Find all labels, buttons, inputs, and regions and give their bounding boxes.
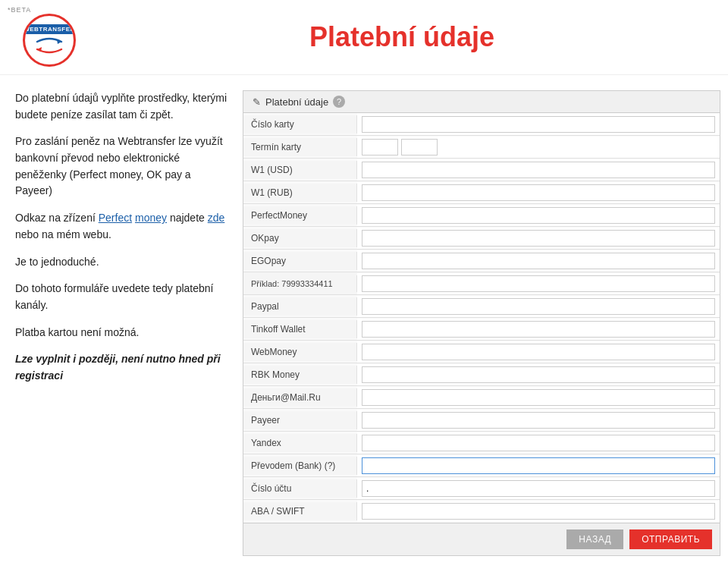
left-panel: Do platební údajů vyplňte prostředky, kt…	[15, 90, 228, 556]
table-row: W1 (RUB)	[243, 181, 720, 204]
field-label-bank: Převodem (Bank) (?)	[243, 457, 357, 475]
pencil-icon: ✎	[253, 96, 261, 108]
back-button[interactable]: НАЗАД	[566, 529, 623, 549]
field-input-area	[357, 159, 720, 181]
field-label-w1-usd: W1 (USD)	[243, 161, 357, 179]
logo-text: WEBTRANSFER	[23, 24, 76, 34]
field-input-area	[357, 273, 720, 294]
paragraph-1: Do platební údajů vyplňte prostředky, kt…	[15, 90, 228, 123]
field-label-termin-karty: Termín karty	[243, 138, 357, 156]
table-row: Termín karty	[243, 136, 720, 159]
table-row: Číslo karty	[243, 113, 720, 136]
field-label-egopay: EGOpay	[243, 252, 357, 270]
field-input-area	[357, 296, 720, 317]
paragraph-5: Do tohoto formuláře uvedete tedy platebn…	[15, 281, 228, 313]
zde-link[interactable]: zde	[208, 212, 225, 224]
header: *BETA WEBTRANSFER Platební údaje	[0, 0, 728, 75]
paragraph-7: Lze vyplnit i později, není nutno hned p…	[15, 351, 228, 384]
cislo-karty-input[interactable]	[362, 116, 715, 133]
w1-usd-input[interactable]	[362, 162, 715, 178]
yandex-input[interactable]	[362, 435, 715, 451]
main-container: Do platební údajů vyplňte prostředky, kt…	[0, 75, 728, 564]
field-label-webmoney: WebMoney	[243, 343, 357, 361]
form-header-label: Platební údaje	[265, 96, 328, 108]
field-label-paypal: Paypal	[243, 297, 357, 316]
field-label-rbkmoney: RBK Money	[243, 366, 357, 384]
field-input-area	[357, 410, 720, 431]
table-row: Příklad: 79993334411	[243, 272, 720, 295]
field-label-perfectmoney: PerfectMoney	[243, 206, 357, 225]
field-input-area	[357, 387, 720, 408]
cislo-uctu-input[interactable]	[362, 480, 715, 497]
field-label-aba-swift: ABA / SWIFT	[243, 502, 357, 520]
paragraph-4: Je to jednoduché.	[15, 254, 228, 271]
field-label-okpay: OKpay	[243, 229, 357, 247]
money-link[interactable]: money	[135, 212, 167, 224]
logo-circle: WEBTRANSFER	[23, 14, 76, 67]
field-label-payeer: Payeer	[243, 411, 357, 429]
dengi-mail-input[interactable]	[362, 389, 715, 406]
field-input-area	[357, 341, 720, 363]
submit-button[interactable]: ОТПРАВИТЬ	[629, 529, 712, 549]
field-input-area	[357, 182, 720, 203]
field-label-w1-rub: W1 (RUB)	[243, 184, 357, 202]
table-row: W1 (USD)	[243, 159, 720, 181]
field-label-cislo-uctu: Číslo účtu	[243, 479, 357, 498]
payment-form: ✎ Platební údaje ? Číslo karty Termín ka…	[243, 90, 720, 556]
form-rows: Číslo karty Termín karty W1 (USD)	[243, 113, 720, 523]
webmoney-input[interactable]	[362, 344, 715, 360]
rbkmoney-input[interactable]	[362, 366, 715, 383]
egopay-input[interactable]	[362, 253, 715, 269]
paragraph-3-text: Odkaz na zřízení Perfect money najdete z…	[15, 212, 224, 240]
okpay-input[interactable]	[362, 230, 715, 247]
beta-badge: *BETA	[8, 6, 31, 14]
table-row: OKpay	[243, 227, 720, 250]
field-label-tinkoff: Tinkoff Wallet	[243, 320, 357, 338]
logo-area: *BETA WEBTRANSFER	[8, 8, 91, 67]
field-input-area	[357, 250, 720, 272]
table-row: RBK Money	[243, 363, 720, 386]
field-label-cislo-karty: Číslo karty	[243, 115, 357, 134]
table-row: PerfectMoney	[243, 204, 720, 227]
w1-rub-input[interactable]	[362, 184, 715, 201]
aba-swift-input[interactable]	[362, 503, 715, 520]
termin-karty-input-2[interactable]	[401, 139, 438, 156]
field-label-example: Příklad: 79993334411	[243, 275, 357, 292]
paragraph-3: Odkaz na zřízení Perfect money najdete z…	[15, 210, 228, 243]
field-input-area	[357, 455, 720, 476]
table-row: WebMoney	[243, 341, 720, 363]
field-input-area	[357, 228, 720, 249]
help-icon[interactable]: ?	[333, 96, 345, 108]
table-row: Převodem (Bank) (?)	[243, 454, 720, 477]
field-input-area	[357, 137, 720, 158]
table-row: EGOpay	[243, 250, 720, 272]
bank-input[interactable]	[362, 457, 715, 474]
page-title: Platební údaje	[91, 21, 713, 53]
table-row: Číslo účtu	[243, 477, 720, 500]
paragraph-2: Pro zaslání peněz na Webtransfer lze vyu…	[15, 134, 228, 200]
table-row: Payeer	[243, 409, 720, 432]
logo-arrows-icon	[34, 36, 64, 57]
table-row: ABA / SWIFT	[243, 500, 720, 523]
field-input-area	[357, 319, 720, 340]
qiwi-input[interactable]	[362, 275, 715, 292]
paypal-input[interactable]	[362, 298, 715, 315]
field-label-yandex: Yandex	[243, 434, 357, 452]
table-row: Tinkoff Wallet	[243, 318, 720, 341]
termin-karty-input-1[interactable]	[362, 139, 398, 156]
field-input-area	[357, 205, 720, 226]
field-input-area	[357, 432, 720, 454]
field-input-area	[357, 478, 720, 499]
form-header: ✎ Platební údaje ?	[243, 91, 720, 113]
table-row: Деньги@Mail.Ru	[243, 386, 720, 409]
form-footer: НАЗАД ОТПРАВИТЬ	[243, 523, 720, 555]
perfect-link[interactable]: Perfect	[99, 212, 132, 224]
perfectmoney-input[interactable]	[362, 207, 715, 224]
payeer-input[interactable]	[362, 412, 715, 429]
field-input-area	[357, 114, 720, 135]
table-row: Paypal	[243, 295, 720, 318]
paragraph-6: Platba kartou není možná.	[15, 325, 228, 341]
table-row: Yandex	[243, 432, 720, 454]
tinkoff-input[interactable]	[362, 321, 715, 338]
field-input-area	[357, 501, 720, 522]
